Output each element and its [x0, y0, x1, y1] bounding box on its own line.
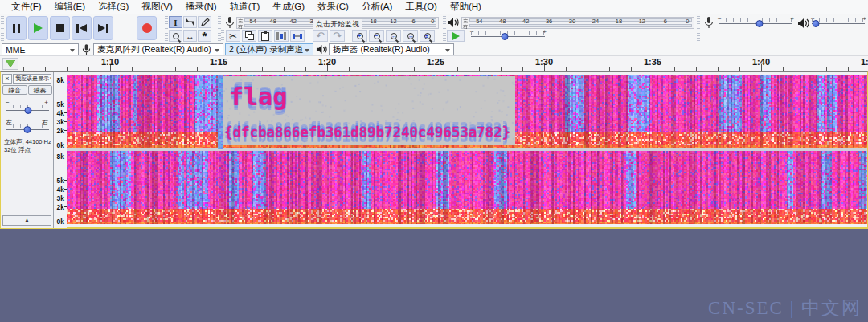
gain-slider-thumb[interactable] [25, 107, 32, 114]
timeshift-icon: ↔ [186, 31, 194, 41]
menu-item-0[interactable]: 文件(F) [5, 0, 48, 14]
menu-bar: 文件(F)编辑(E)选择(S)视图(V)播录(N)轨道(T)生成(G)效果(C)… [0, 0, 868, 14]
pause-button[interactable] [6, 16, 27, 40]
frequency-label: 2k [57, 204, 64, 210]
play-speed-thumb[interactable] [502, 33, 509, 40]
menu-item-3[interactable]: 视图(V) [135, 0, 178, 14]
skip-to-end-button[interactable] [93, 16, 113, 40]
menu-item-9[interactable]: 工具(O) [399, 0, 444, 14]
zoom-selection-icon: ↔ [391, 33, 397, 39]
meter-scale-tick: -6 [410, 18, 416, 25]
menu-item-5[interactable]: 轨道(T) [223, 0, 267, 14]
empty-workspace[interactable]: CN-SEC | 中文网 [0, 229, 868, 322]
pan-slider[interactable] [6, 124, 49, 134]
chevron-down-icon [305, 49, 309, 52]
solo-button[interactable]: 独奏 [28, 85, 53, 95]
timeline-minor-tick [848, 67, 849, 71]
menu-item-2[interactable]: 选择(S) [92, 0, 135, 14]
timeline-minor-tick [371, 67, 371, 71]
zoom-out-button[interactable]: − [369, 30, 384, 42]
paste-button[interactable] [258, 30, 272, 42]
menu-item-7[interactable]: 效果(C) [311, 0, 355, 14]
frequency-ruler[interactable]: 8k5k4k3k2k0k8k5k4k3k2k0k [54, 72, 67, 228]
zoom-in-button[interactable]: + [352, 30, 367, 42]
redo-button[interactable]: ↷ [330, 30, 345, 42]
zoom-to-selection-button[interactable]: ↔ [386, 30, 401, 42]
toolbar-grip[interactable] [165, 16, 168, 41]
zoom-toggle-button[interactable]: ± [420, 30, 435, 42]
selection-tool-button[interactable]: I [169, 16, 182, 28]
play-at-speed-button[interactable] [447, 30, 465, 42]
multi-tool-button[interactable]: * [198, 30, 211, 42]
timeline-minor-tick [631, 67, 632, 71]
playback-meter[interactable]: 左 右 -54-48-42-36-30-24-18-12-60 [461, 17, 694, 29]
track-close-button[interactable]: × [2, 74, 12, 84]
frequency-label: 0k [57, 218, 64, 225]
toolbar-grip[interactable] [443, 16, 446, 41]
timeline-label: 1:35 [644, 57, 661, 67]
envelope-tool-button[interactable] [183, 16, 197, 28]
timeline-minor-tick [609, 67, 610, 71]
record-volume-slider[interactable]: − + [719, 18, 792, 29]
audio-host-dropdown[interactable]: MME [2, 43, 79, 55]
timeline-minor-tick [783, 67, 784, 71]
timeline-minor-tick [262, 67, 263, 71]
playback-volume-thumb[interactable] [812, 20, 819, 27]
timeline-minor-tick [805, 67, 805, 71]
recording-meter[interactable]: 左 右 -54-48-42-36-30-24-18-12-60 点击开始监视 [236, 17, 439, 29]
record-meter-overlay-text[interactable]: 点击开始监视 [313, 19, 362, 30]
record-meter-mic-icon [225, 17, 235, 29]
playback-device-value: 扬声器 (Realtek(R) Audio) [333, 44, 430, 55]
frequency-label: 4k [57, 186, 64, 193]
stop-button[interactable] [50, 16, 70, 40]
trim-audio-button[interactable] [274, 30, 289, 42]
cut-button[interactable]: ✂ [226, 30, 240, 42]
play-speed-slider[interactable]: − + [471, 31, 545, 42]
record-button[interactable] [137, 16, 157, 40]
toolbar-grip[interactable] [1, 16, 4, 41]
track-bitdepth-info: 32位 浮点 [4, 146, 31, 154]
menu-item-6[interactable]: 生成(G) [266, 0, 311, 14]
track-collapse-button[interactable]: ▲ [2, 215, 51, 226]
timeline-minor-tick [522, 67, 523, 71]
pencil-icon [200, 18, 210, 27]
spectrogram-view[interactable] [67, 75, 867, 224]
zoom-toggle-icon: ± [424, 33, 431, 39]
timeline-ruler[interactable]: 1:101:151:201:251:301:351:401:45 [0, 56, 868, 71]
zoom-tool-button[interactable] [169, 30, 182, 42]
trim-icon [276, 32, 286, 40]
toolbar-grip[interactable] [697, 16, 700, 41]
play-button[interactable] [28, 16, 48, 40]
pinned-playhead-button[interactable] [2, 58, 18, 70]
playback-device-dropdown[interactable]: 扬声器 (Realtek(R) Audio) [329, 43, 454, 55]
toolbar-grip[interactable] [221, 30, 224, 42]
skip-to-start-button[interactable] [72, 16, 92, 40]
draw-tool-button[interactable] [198, 16, 211, 28]
timeline-minor-tick [588, 67, 588, 71]
timeline-minor-tick [88, 67, 89, 71]
menu-item-10[interactable]: 帮助(H) [444, 0, 488, 14]
silence-audio-button[interactable] [290, 30, 305, 42]
stop-icon [56, 24, 64, 32]
undo-button[interactable]: ↶ [313, 30, 328, 42]
gain-slider[interactable] [6, 104, 49, 115]
audio-host-value: MME [6, 45, 26, 55]
record-volume-thumb[interactable] [755, 20, 763, 27]
timeshift-tool-button[interactable]: ↔ [183, 30, 197, 42]
menu-item-8[interactable]: 分析(A) [355, 0, 399, 14]
playback-volume-slider[interactable]: − + [812, 18, 865, 29]
toolbar-dock: I ↔ * 左 右 -54-48-42-36-30-24-18-12-60 点击… [0, 14, 868, 43]
timeline-minor-tick [414, 67, 415, 71]
pan-slider-thumb[interactable] [24, 126, 31, 133]
frequency-label: 0k [57, 142, 64, 149]
track-name-dropdown[interactable]: 我应该是显示 ▼ [13, 74, 51, 84]
copy-button[interactable] [242, 30, 256, 42]
recording-device-dropdown[interactable]: 麦克风阵列 (Realtek(R) Audio) [93, 43, 223, 55]
recording-channels-dropdown[interactable]: 2 (立体声) 录制声道 [225, 43, 313, 55]
menu-item-1[interactable]: 编辑(E) [48, 0, 92, 14]
menu-item-4[interactable]: 播录(N) [179, 0, 223, 14]
silence-icon [293, 32, 302, 40]
mute-button[interactable]: 静音 [2, 85, 27, 95]
zoom-to-fit-button[interactable]: ↔ [403, 30, 418, 42]
audio-track: × 我应该是显示 ▼ 静音 独奏 − + 左 右 立体声, 44100 Hz 3 [0, 71, 868, 229]
